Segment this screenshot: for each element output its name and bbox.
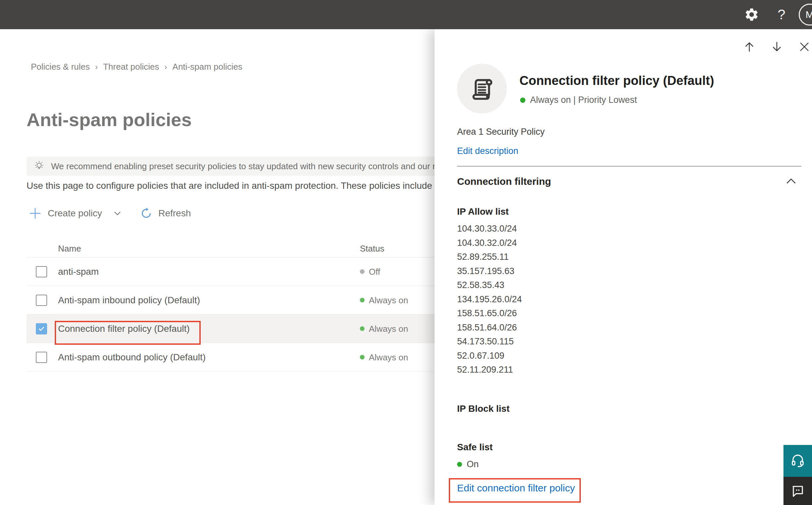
- table-row[interactable]: anti-spam Off: [26, 258, 468, 286]
- ip-item: 52.0.67.109: [457, 349, 522, 363]
- status-label: Off: [369, 267, 380, 277]
- help-icon[interactable]: ?: [772, 0, 791, 29]
- refresh-label: Refresh: [158, 208, 191, 219]
- safe-list-status: On: [457, 459, 479, 470]
- account-avatar[interactable]: M: [799, 4, 812, 25]
- breadcrumb-anti-spam-policies: Anti-spam policies: [173, 62, 242, 72]
- ip-item: 54.173.50.115: [457, 334, 522, 349]
- create-policy-label: Create policy: [48, 208, 102, 219]
- headset-icon: [790, 453, 805, 469]
- flyout-status: Always on | Priority Lowest: [520, 95, 637, 105]
- status-dot-on: [520, 98, 526, 103]
- table-row[interactable]: Anti-spam outbound policy (Default) Alwa…: [26, 343, 468, 372]
- edit-connection-filter-policy-link[interactable]: Edit connection filter policy: [457, 482, 575, 494]
- status-dot-on: [457, 462, 462, 467]
- policy-name[interactable]: Anti-spam outbound policy (Default): [58, 352, 206, 363]
- section-connection-filtering: Connection filtering: [457, 176, 551, 187]
- policy-description: Area 1 Security Policy: [457, 127, 545, 137]
- status-label: Always on: [369, 352, 408, 362]
- ip-item: 158.51.65.0/26: [457, 306, 522, 321]
- close-icon[interactable]: [798, 40, 811, 53]
- status-line: Always on | Priority Lowest: [530, 95, 637, 105]
- breadcrumb-separator-icon: ›: [165, 62, 167, 72]
- ip-item: 52.11.209.211: [457, 363, 522, 377]
- breadcrumb-policies-rules[interactable]: Policies & rules: [31, 62, 90, 72]
- policy-name[interactable]: Connection filter policy (Default): [58, 324, 190, 334]
- policy-status: Off: [360, 267, 380, 277]
- row-checkbox[interactable]: [36, 266, 47, 278]
- top-app-bar: ? M: [0, 0, 812, 29]
- policy-scroll-icon: [457, 64, 507, 114]
- breadcrumb-threat-policies[interactable]: Threat policies: [103, 62, 159, 72]
- collapse-chevron-up-icon[interactable]: [786, 178, 796, 186]
- ip-allow-list-heading: IP Allow list: [457, 206, 509, 217]
- banner-text: We recommend enabling preset security po…: [51, 161, 468, 172]
- breadcrumb-separator-icon: ›: [95, 62, 98, 72]
- ip-item: 104.30.32.0/24: [457, 236, 522, 250]
- status-dot-on: [360, 298, 365, 303]
- page-title: Anti-spam policies: [26, 109, 192, 130]
- next-item-arrow-down-icon[interactable]: [771, 40, 783, 53]
- status-dot-on: [360, 327, 365, 331]
- table-header: Name Status: [26, 239, 468, 258]
- lightbulb-icon: [33, 160, 45, 172]
- status-label: Always on: [369, 295, 408, 305]
- ip-block-list-heading: IP Block list: [457, 403, 510, 414]
- flyout-nav: [743, 40, 811, 53]
- column-header-status[interactable]: Status: [360, 243, 384, 254]
- speech-bubble-icon: [791, 484, 805, 498]
- edit-description-link[interactable]: Edit description: [457, 146, 519, 156]
- ip-item: 158.51.64.0/26: [457, 321, 522, 335]
- row-checkbox[interactable]: [36, 295, 47, 306]
- avatar-initial: M: [806, 9, 812, 20]
- previous-item-arrow-up-icon[interactable]: [743, 40, 756, 53]
- status-label: Always on: [369, 324, 408, 334]
- chevron-down-icon: [113, 209, 122, 218]
- create-policy-button[interactable]: Create policy: [28, 207, 122, 220]
- ip-allow-list: 104.30.33.0/24 104.30.32.0/24 52.89.255.…: [457, 222, 522, 377]
- refresh-icon: [140, 207, 152, 219]
- plus-icon: [28, 207, 42, 220]
- policy-table: Name Status anti-spam Off Anti-spam inbo…: [26, 239, 468, 372]
- ip-item: 52.58.35.43: [457, 278, 522, 292]
- table-row[interactable]: Anti-spam inbound policy (Default) Alway…: [26, 286, 468, 315]
- policy-status: Always on: [360, 295, 408, 305]
- support-button[interactable]: [784, 445, 812, 477]
- status-dot-off: [360, 270, 365, 274]
- column-header-name[interactable]: Name: [58, 243, 81, 254]
- ip-item: 52.89.255.11: [457, 250, 522, 264]
- status-dot-on: [360, 355, 365, 360]
- policy-details-flyout: Connection filter policy (Default) Alway…: [434, 29, 812, 505]
- help-glyph: ?: [778, 7, 785, 23]
- row-checkbox-checked[interactable]: [36, 323, 47, 334]
- refresh-button[interactable]: Refresh: [140, 207, 191, 219]
- breadcrumb: Policies & rules › Threat policies › Ant…: [31, 62, 242, 72]
- policy-name[interactable]: Anti-spam inbound policy (Default): [58, 295, 200, 306]
- ip-item: 104.30.33.0/24: [457, 222, 522, 236]
- feedback-button[interactable]: [784, 477, 812, 505]
- divider: [457, 166, 801, 167]
- settings-gear-icon[interactable]: [742, 0, 762, 29]
- policy-name[interactable]: anti-spam: [58, 267, 99, 277]
- page-description: Use this page to configure policies that…: [26, 180, 432, 191]
- ip-item: 134.195.26.0/24: [457, 292, 522, 307]
- row-checkbox[interactable]: [36, 352, 47, 363]
- policy-status: Always on: [360, 352, 408, 362]
- ip-item: 35.157.195.63: [457, 264, 522, 278]
- safe-list-heading: Safe list: [457, 442, 492, 453]
- table-row-selected[interactable]: Connection filter policy (Default) Alway…: [26, 315, 468, 343]
- toolbar: Create policy Refresh: [28, 206, 191, 221]
- safe-list-status-label: On: [467, 459, 479, 470]
- policy-status: Always on: [360, 324, 408, 334]
- flyout-title: Connection filter policy (Default): [520, 74, 714, 88]
